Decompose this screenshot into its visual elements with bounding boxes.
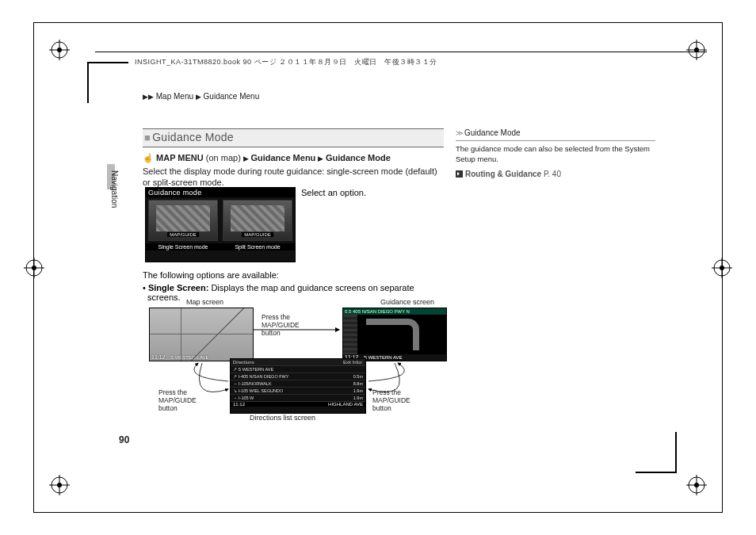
triangle-icon: ▶ bbox=[243, 155, 251, 162]
registration-mark-icon bbox=[686, 475, 707, 495]
triangle-icon: ▶ bbox=[318, 155, 326, 162]
map-screen-thumbnail: 11:12 S WESTERN AVE bbox=[149, 308, 254, 361]
path-b: Guidance Mode bbox=[326, 153, 391, 162]
select-option-text: Select an option. bbox=[301, 188, 366, 197]
caption-dir: Directions list screen bbox=[250, 414, 315, 422]
square-bullet-icon: ■ bbox=[144, 132, 151, 143]
sidebar-link: Routing & Guidance P. 40 bbox=[456, 170, 655, 178]
direction-row: ↘ I-105 W/EL SEGUNDO1.9m bbox=[231, 387, 365, 394]
registration-mark-icon bbox=[49, 40, 70, 60]
triangle-icon: ▶ bbox=[196, 93, 201, 101]
button-icon: ☝ bbox=[143, 153, 154, 162]
directions-screen-thumbnail: Directions Exit Infor. ↗ S WESTERN AVE↗ … bbox=[230, 358, 366, 414]
sidebar-body: The guidance mode can also be selected f… bbox=[456, 144, 655, 165]
press-button-label: Press the MAP/GUIDE button bbox=[372, 389, 412, 412]
triangle-icon: ▶▶ bbox=[143, 93, 154, 101]
direction-row: ↗ S WESTERN AVE bbox=[231, 365, 365, 373]
info-icon: ≫ bbox=[456, 129, 463, 137]
page-number: 90 bbox=[119, 434, 129, 445]
direction-row: → I-105/NORWALK8.8m bbox=[231, 380, 365, 387]
path-a: Guidance Menu bbox=[250, 153, 315, 162]
direction-row: ↗ I-405 N/SAN DIEGO FWY0.5m bbox=[231, 373, 365, 380]
dir-bottom-time: 11:12 bbox=[233, 402, 245, 407]
intro-text: Select the display mode during route gui… bbox=[143, 166, 444, 189]
menu-path: ☝ MAP MENU (on map) ▶ Guidance Menu ▶ Gu… bbox=[143, 153, 444, 164]
link-page: P. 40 bbox=[544, 170, 561, 178]
dir-top-right: Exit Infor. bbox=[343, 360, 363, 365]
sidebar-head: ≫Guidance Mode bbox=[456, 128, 655, 137]
press-button-label: Press the MAP/GUIDE button bbox=[262, 314, 301, 337]
hero-cap-b: Split Screen mode bbox=[220, 243, 295, 250]
main-content: ■Guidance Mode ☝ MAP MENU (on map) ▶ Gui… bbox=[143, 128, 444, 193]
hero-badge: MAP/GUIDE bbox=[167, 232, 199, 237]
dir-bottom-street: HIGHLAND AVE bbox=[328, 402, 363, 407]
direction-row: → I-105 W1.9m bbox=[231, 394, 365, 401]
registration-mark-icon bbox=[49, 475, 70, 495]
link-icon bbox=[456, 170, 463, 178]
side-tab-label: Navigation bbox=[110, 170, 119, 208]
file-header: INSIGHT_KA-31TM8820.book 90 ページ ２０１１年８月９… bbox=[135, 57, 437, 67]
caption-map: Map screen bbox=[186, 298, 223, 306]
options-intro: The following options are available: bbox=[143, 270, 444, 280]
guidance-mode-screenshot: Guidance mode MAP/GUIDE MAP/GUIDE Single… bbox=[145, 187, 296, 262]
registration-mark-icon bbox=[24, 258, 44, 278]
bullet-label: Single Screen: bbox=[148, 283, 208, 292]
path-note: (on map) bbox=[206, 153, 241, 162]
street-label: S WESTERN AVE bbox=[170, 355, 209, 360]
press-button-label: Press the MAP/GUIDE button bbox=[158, 389, 198, 412]
breadcrumb-a: Map Menu bbox=[156, 92, 193, 101]
registration-mark-icon bbox=[686, 40, 707, 60]
sidebar-title: Guidance Mode bbox=[464, 128, 521, 137]
guidance-screen-thumbnail: 0.5 405 N/SAN DIEGO FWY N 11:12 S WESTER… bbox=[342, 308, 447, 361]
path-root: MAP MENU bbox=[156, 153, 204, 162]
top-rule bbox=[95, 52, 707, 52]
divider bbox=[456, 140, 655, 141]
crop-mark-icon bbox=[87, 62, 128, 103]
hero-cell-single: MAP/GUIDE bbox=[148, 200, 218, 241]
hero-badge: MAP/GUIDE bbox=[242, 232, 273, 237]
breadcrumb: ▶▶ Map Menu ▶ Guidance Menu bbox=[143, 92, 259, 101]
section-title: Guidance Mode bbox=[152, 131, 234, 143]
breadcrumb-b: Guidance Menu bbox=[204, 92, 260, 101]
time-label: 11:12 bbox=[151, 354, 166, 360]
link-label: Routing & Guidance bbox=[465, 170, 541, 178]
sidebar-note: ≫Guidance Mode The guidance mode can als… bbox=[456, 128, 655, 178]
dir-top-left: Directions bbox=[233, 360, 254, 365]
street-label: S WESTERN AVE bbox=[364, 355, 403, 360]
hero-cell-split: MAP/GUIDE bbox=[223, 200, 292, 241]
crop-mark-icon bbox=[636, 432, 677, 473]
hero-cap-a: Single Screen mode bbox=[146, 243, 220, 250]
guide-topbar: 0.5 405 N/SAN DIEGO FWY N bbox=[343, 308, 446, 315]
hero-title: Guidance mode bbox=[146, 188, 295, 197]
section-header: ■Guidance Mode bbox=[143, 128, 444, 147]
screen-diagram: Map screen Guidance screen Directions li… bbox=[143, 298, 460, 441]
caption-guide: Guidance screen bbox=[380, 298, 434, 306]
registration-mark-icon bbox=[712, 258, 732, 278]
